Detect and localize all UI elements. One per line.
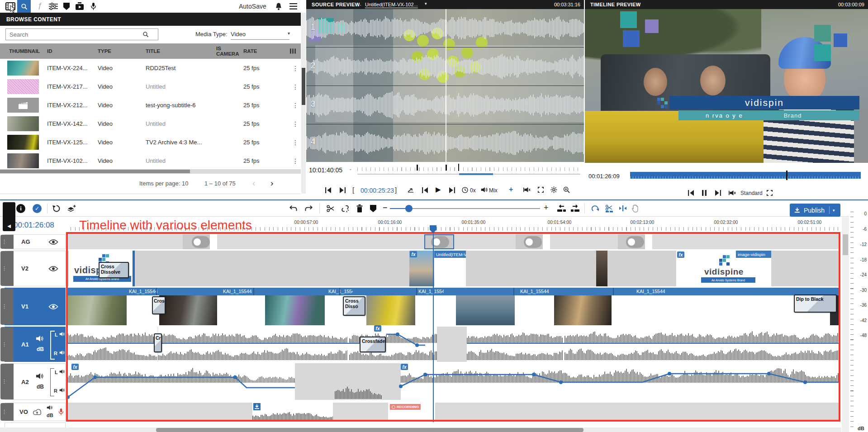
track-grip-icon[interactable]: ⋮ xyxy=(0,288,14,325)
track-lane-a2[interactable]: fx fx xyxy=(66,363,840,400)
left-channel-speaker-icon[interactable] xyxy=(59,332,65,337)
right-channel-speaker-icon[interactable] xyxy=(59,388,65,393)
publish-caret-icon[interactable]: ▾ xyxy=(833,208,835,213)
scissors-icon[interactable] xyxy=(327,205,334,212)
row-menu-icon[interactable]: ⋮ xyxy=(292,77,299,96)
program-pause-icon[interactable] xyxy=(702,190,707,196)
transition-cross[interactable]: Cross xyxy=(152,296,166,314)
source-current-timecode[interactable]: 10:01:40:05 xyxy=(309,166,342,174)
transition-cr[interactable]: Cr xyxy=(154,333,162,352)
fullscreen-icon[interactable] xyxy=(538,187,544,193)
adjust-sliders-icon[interactable] xyxy=(49,3,58,10)
timeline-ruler[interactable]: 00:01:26:08 00:00:57:00 00:01:16:00 00:0… xyxy=(0,217,841,233)
marker-tool-icon[interactable] xyxy=(63,3,70,10)
zoom-slider-handle[interactable] xyxy=(405,205,413,212)
notifications-bell-icon[interactable] xyxy=(275,2,282,10)
track-mute-speaker-icon[interactable] xyxy=(47,405,53,410)
track-grip-icon[interactable]: ⋮ xyxy=(0,403,14,421)
program-progress-bar[interactable] xyxy=(630,172,861,179)
table-row[interactable]: ITEM-VX-142... Video Untitled 25 fps ⋮ xyxy=(0,114,301,133)
menu-icon[interactable] xyxy=(289,3,297,9)
marker-flag-icon[interactable] xyxy=(370,205,376,212)
browse-vscrollbar[interactable] xyxy=(301,13,306,194)
timeline-vscrollbar[interactable] xyxy=(842,217,849,432)
info-icon[interactable]: i xyxy=(16,204,25,213)
transition-cross-dissolve[interactable]: Cross Dissolve xyxy=(99,262,129,278)
table-row[interactable]: ITEM-VX-217... Video Untitled 25 fps ⋮ xyxy=(0,77,301,96)
effects-tool-icon[interactable]: ƒ xyxy=(35,1,44,11)
timeline-hscrollbar[interactable] xyxy=(0,427,841,432)
speed-clock-icon[interactable] xyxy=(462,187,468,193)
goto-in-icon[interactable] xyxy=(325,187,331,193)
fx-badge[interactable]: fx xyxy=(677,252,684,258)
browse-hscrollbar[interactable] xyxy=(0,169,301,174)
publish-button[interactable]: Publish ▾ xyxy=(790,204,840,217)
marker-toggle[interactable] xyxy=(192,236,210,248)
collapse-tab[interactable]: ◀ xyxy=(3,202,15,231)
col-title[interactable]: TITLE xyxy=(146,43,160,59)
mark-out-bracket-icon[interactable]: ] xyxy=(395,186,397,194)
jog-icon[interactable] xyxy=(408,187,414,193)
track-header-v2[interactable]: ⋮ V2 xyxy=(5,251,66,286)
right-channel-speaker-icon[interactable] xyxy=(59,350,65,355)
program-video-area[interactable]: vidispin n rva o y e Brand xyxy=(585,9,868,163)
track-db-label[interactable]: dB xyxy=(37,346,44,352)
add-layer-icon[interactable] xyxy=(67,204,76,213)
vo-upload-cloud-icon[interactable] xyxy=(32,409,42,415)
search-tool-button[interactable] xyxy=(17,0,31,13)
fx-badge[interactable]: fx xyxy=(374,325,381,332)
hand-mode-icon[interactable] xyxy=(631,204,639,213)
track-header-vo[interactable]: ⋮ VO dB xyxy=(5,403,66,421)
track-header-a1[interactable]: ⋮ A1 dB L R xyxy=(5,327,66,362)
track-lane-vo[interactable]: RECORDING xyxy=(66,403,840,421)
zoom-out-minus[interactable]: − xyxy=(383,203,388,213)
track-grip-icon[interactable]: ⋮ xyxy=(0,327,14,361)
approve-check-icon[interactable]: ✓ xyxy=(33,204,42,213)
fx-badge[interactable]: fx xyxy=(401,364,408,370)
col-id[interactable]: ID xyxy=(47,43,52,59)
marker-toggle[interactable] xyxy=(626,236,644,248)
source-video-area[interactable]: 1 2 3 4 xyxy=(306,9,584,162)
track-header-v1[interactable]: ⋮ V1 xyxy=(5,288,66,325)
track-grip-icon[interactable]: ⋮ xyxy=(0,235,14,249)
track-grip-icon[interactable]: ⋮ xyxy=(0,251,14,286)
audio-mix-icon[interactable] xyxy=(481,187,488,193)
mic-tool-icon[interactable] xyxy=(90,2,96,11)
trim-mode-icon[interactable] xyxy=(619,205,627,211)
table-row[interactable]: ITEM-VX-224... Video RDD25Test 25 fps ⋮ xyxy=(0,59,301,78)
browse-hscroll-thumb[interactable] xyxy=(0,170,190,173)
source-clip-selector[interactable]: Untitled(ITEM-VX-102... xyxy=(365,2,418,8)
source-mini-ruler[interactable] xyxy=(357,167,580,171)
track-header-a2[interactable]: ⋮ A2 dB L R xyxy=(5,363,66,400)
next-page-icon[interactable]: › xyxy=(270,178,273,188)
audio-mix-label[interactable]: Mix xyxy=(489,187,498,194)
timeline-vscroll-thumb[interactable] xyxy=(843,234,848,255)
track-grip-icon[interactable]: ⋮ xyxy=(0,364,14,399)
solo-speaker-icon[interactable] xyxy=(523,187,531,193)
transition-crossfade[interactable]: Crossfade xyxy=(360,337,386,352)
track-lane-v1[interactable]: KAI_1_15544 KAI_1_15544 KAI_1_15544 KAI_… xyxy=(66,288,840,325)
speed-value[interactable]: 0x xyxy=(470,187,476,194)
prev-page-icon[interactable]: ‹ xyxy=(252,178,255,188)
insert-right-icon[interactable] xyxy=(571,204,579,212)
redo-icon[interactable] xyxy=(305,205,313,212)
source-clip-caret-icon[interactable]: ▾ xyxy=(425,1,427,6)
vo-clip[interactable] xyxy=(252,403,333,421)
reset-icon[interactable] xyxy=(52,204,61,213)
col-is-camera[interactable]: IS CAMERA xyxy=(216,43,240,59)
track-visibility-eye-icon[interactable] xyxy=(48,266,58,272)
transition-dip-to-black[interactable]: Dip to Black xyxy=(794,294,837,313)
search-input[interactable] xyxy=(5,28,158,40)
fx-badge[interactable]: fx xyxy=(410,251,417,257)
crosshair-icon[interactable]: + xyxy=(509,185,513,194)
program-progress-playhead[interactable] xyxy=(786,171,787,180)
track-db-label[interactable]: dB xyxy=(37,384,44,390)
vo-recording-clip[interactable]: RECORDING xyxy=(388,403,435,421)
transition-cross-disso[interactable]: Cross Disso xyxy=(343,296,365,316)
row-menu-icon[interactable]: ⋮ xyxy=(292,96,299,114)
delete-icon[interactable] xyxy=(356,204,363,213)
track-lane-a1[interactable]: Cr fx Crossfade xyxy=(66,327,840,362)
v2-clip-untitled[interactable]: Untitled(ITEM-VX- fx xyxy=(409,251,466,286)
razor-mode-icon[interactable] xyxy=(605,204,613,213)
zoom-in-icon[interactable] xyxy=(563,186,570,193)
